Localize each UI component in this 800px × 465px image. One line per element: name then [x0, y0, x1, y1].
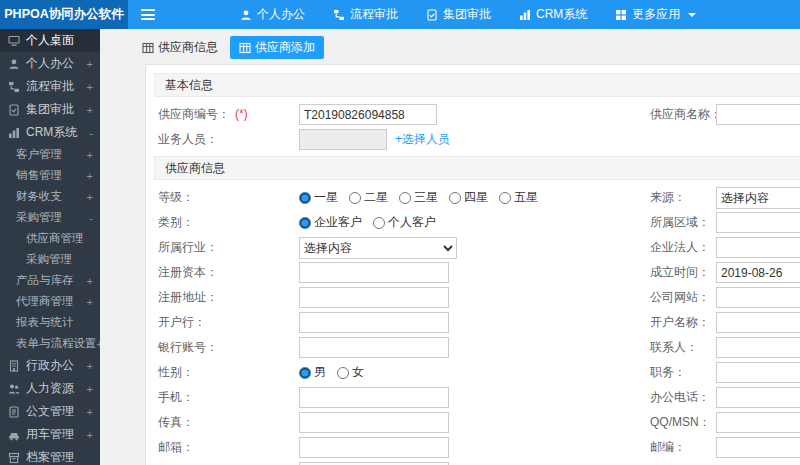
registered-capital-field [299, 262, 646, 283]
sidebar-item-sales-mgmt[interactable]: 销售管理+ [0, 165, 100, 186]
topmenu-item-user[interactable]: 个人办公 [226, 0, 319, 29]
level-radio-option[interactable]: 一星 [299, 189, 338, 206]
email-input[interactable] [299, 437, 449, 458]
position-input[interactable] [716, 362, 800, 383]
sidebar-item-vehicle-mgmt[interactable]: 用车管理+ [0, 423, 100, 446]
level-radio[interactable] [399, 192, 411, 204]
category-radio[interactable] [373, 217, 385, 229]
expand-plus-icon: + [87, 81, 93, 93]
gender-field: 男女 [299, 364, 646, 381]
region-input[interactable] [716, 212, 800, 233]
registered-address-input[interactable] [299, 287, 449, 308]
source-select[interactable]: 选择内容 [716, 187, 800, 209]
supplier-form: 基本信息供应商编号：(*)供应商名称：(*)业务人员：+选择人员供应商信息等级：… [154, 73, 800, 465]
gender-radio-option[interactable]: 女 [337, 364, 364, 381]
level-radio[interactable] [299, 192, 311, 204]
form-row: 传真：QQ/MSN： [154, 410, 800, 435]
table-icon [239, 42, 251, 54]
level-radio-option[interactable]: 四星 [449, 189, 488, 206]
radio-option-label: 男 [314, 364, 326, 381]
sidebar-item-customer-mgmt[interactable]: 客户管理+ [0, 144, 100, 165]
account-name-input[interactable] [716, 312, 800, 333]
gender-radio[interactable] [299, 367, 311, 379]
sidebar-item-desktop[interactable]: 个人桌面 [0, 29, 100, 52]
sidebar-item-supplier-mgmt[interactable]: 供应商管理 [0, 228, 100, 249]
main-content: 供应商信息供应商添加 基本信息供应商编号：(*)供应商名称：(*)业务人员：+选… [100, 29, 800, 465]
topmenu-item-flow[interactable]: 流程审批 [319, 0, 412, 29]
supplier-code-input[interactable] [299, 104, 437, 125]
fax-input[interactable] [299, 412, 449, 433]
office-phone-input[interactable] [716, 387, 800, 408]
form-row: 业务人员：+选择人员 [154, 127, 800, 152]
sidebar-item-finance[interactable]: 财务收支+ [0, 186, 100, 207]
form-row: 类别：企业客户个人客户所属区域： [154, 210, 800, 235]
gender-radio-option[interactable]: 男 [299, 364, 326, 381]
flow-icon [333, 9, 345, 21]
choose-staff-link[interactable]: +选择人员 [395, 131, 450, 148]
gender-radio[interactable] [337, 367, 349, 379]
qq-msn-input[interactable] [716, 412, 800, 433]
website-label: 公司网站： [646, 289, 716, 306]
topmenu-item-chart[interactable]: CRM系统 [505, 0, 601, 29]
gender-label: 性别： [154, 364, 299, 381]
industry-field: 选择内容 [299, 237, 646, 259]
level-radio[interactable] [349, 192, 361, 204]
sidebar-item-reports-statistics[interactable]: 报表与统计 [0, 312, 100, 333]
level-radio-option[interactable]: 二星 [349, 189, 388, 206]
legal-person-input[interactable] [716, 237, 800, 258]
contact-input[interactable] [716, 337, 800, 358]
category-radio-option[interactable]: 企业客户 [299, 214, 362, 231]
industry-select[interactable]: 选择内容 [299, 237, 457, 259]
supplier-add-form-panel: 基本信息供应商编号：(*)供应商名称：(*)业务人员：+选择人员供应商信息等级：… [145, 64, 800, 465]
category-radio[interactable] [299, 217, 311, 229]
menu-toggle-icon[interactable] [128, 0, 168, 29]
bank-input[interactable] [299, 312, 449, 333]
sidebar-item-purchase-mgmt[interactable]: 采购管理- [0, 207, 100, 228]
chart-icon [8, 127, 20, 139]
sidebar-item-group-approval[interactable]: 集团审批+ [0, 98, 100, 121]
business-staff-input[interactable] [299, 129, 387, 150]
zip-input[interactable] [716, 437, 800, 458]
topmenu-item-approve[interactable]: 集团审批 [412, 0, 505, 29]
sidebar-item-purchase-sub[interactable]: 采购管理 [0, 249, 100, 270]
level-radio[interactable] [449, 192, 461, 204]
sidebar-item-document-mgmt[interactable]: 公文管理+ [0, 400, 100, 423]
radio-option-label: 女 [352, 364, 364, 381]
collapse-minus-icon: - [89, 127, 93, 139]
supplier-name-input[interactable] [716, 104, 800, 125]
sidebar-item-admin-office[interactable]: 行政办公+ [0, 354, 100, 377]
category-radio-group: 企业客户个人客户 [299, 214, 447, 231]
field-label-text: 性别： [158, 365, 194, 379]
level-radio[interactable] [499, 192, 511, 204]
bank-account-input[interactable] [299, 337, 449, 358]
sidebar-item-agent-mgmt[interactable]: 代理商管理+ [0, 291, 100, 312]
sidebar-item-personal-office[interactable]: 个人办公+ [0, 52, 100, 75]
sidebar-item-crm-system[interactable]: CRM系统- [0, 121, 100, 144]
form-row: 地址： [154, 460, 800, 465]
sidebar-item-product-inventory[interactable]: 产品与库存+ [0, 270, 100, 291]
founded-date-input[interactable] [716, 262, 800, 283]
sidebar-item-human-resources[interactable]: 人力资源+ [0, 377, 100, 400]
field-label-text: 供应商名称： [650, 107, 722, 121]
business-staff-label: 业务人员： [154, 131, 299, 148]
registered-capital-input[interactable] [299, 262, 449, 283]
field-label-text: 注册地址： [158, 290, 218, 304]
category-radio-option[interactable]: 个人客户 [373, 214, 436, 231]
sidebar-item-archive-mgmt[interactable]: 档案管理 [0, 446, 100, 465]
sidebar-item-label: 代理商管理 [16, 294, 74, 309]
tab-supplier-add[interactable]: 供应商添加 [230, 36, 324, 59]
radio-option-label: 个人客户 [388, 214, 436, 231]
level-radio-option[interactable]: 三星 [399, 189, 438, 206]
topmenu-item-grid[interactable]: 更多应用 [601, 0, 710, 29]
radio-option-label: 企业客户 [314, 214, 362, 231]
field-label-text: QQ/MSN： [650, 415, 711, 429]
section-body: 等级：一星二星三星四星五星来源：选择内容类别：企业客户个人客户所属区域：所属行业… [154, 185, 800, 465]
tab-supplier-info[interactable]: 供应商信息 [133, 36, 227, 59]
sidebar-item-form-flow-settings[interactable]: 表单与流程设置+ [0, 333, 100, 354]
founded-date-field [716, 262, 800, 283]
mobile-input[interactable] [299, 387, 449, 408]
website-input[interactable] [716, 287, 800, 308]
source-field: 选择内容 [716, 187, 800, 209]
level-radio-option[interactable]: 五星 [499, 189, 538, 206]
sidebar-item-workflow-approval[interactable]: 流程审批+ [0, 75, 100, 98]
